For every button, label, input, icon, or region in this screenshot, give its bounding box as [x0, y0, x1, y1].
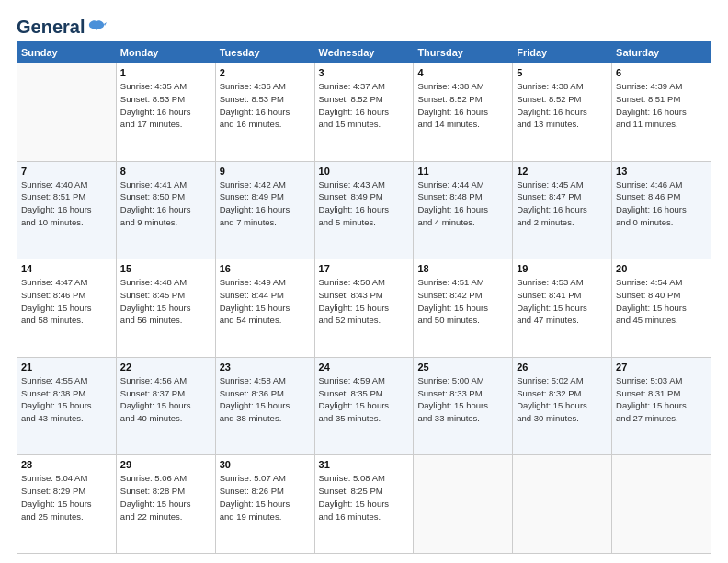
day-number: 12 — [517, 166, 608, 177]
day-info: Sunrise: 4:48 AMSunset: 8:45 PMDaylight:… — [120, 276, 211, 327]
day-info: Sunrise: 5:06 AMSunset: 8:28 PMDaylight:… — [120, 472, 211, 523]
calendar-cell: 15Sunrise: 4:48 AMSunset: 8:45 PMDayligh… — [116, 259, 215, 358]
day-info: Sunrise: 4:36 AMSunset: 8:53 PMDaylight:… — [220, 80, 311, 131]
calendar-cell: 27Sunrise: 5:03 AMSunset: 8:31 PMDayligh… — [612, 357, 711, 455]
calendar-cell: 22Sunrise: 4:56 AMSunset: 8:37 PMDayligh… — [116, 357, 215, 455]
day-info: Sunrise: 5:00 AMSunset: 8:33 PMDaylight:… — [417, 374, 508, 425]
day-info: Sunrise: 4:50 AMSunset: 8:43 PMDaylight:… — [319, 276, 410, 327]
calendar-cell — [414, 455, 513, 554]
day-number: 23 — [220, 362, 311, 373]
day-info: Sunrise: 5:08 AMSunset: 8:25 PMDaylight:… — [319, 472, 410, 523]
calendar-week-row: 14Sunrise: 4:47 AMSunset: 8:46 PMDayligh… — [17, 259, 711, 358]
calendar-cell: 31Sunrise: 5:08 AMSunset: 8:25 PMDayligh… — [314, 455, 414, 554]
calendar-cell — [612, 455, 711, 554]
calendar-cell: 20Sunrise: 4:54 AMSunset: 8:40 PMDayligh… — [612, 259, 711, 358]
calendar-cell: 16Sunrise: 4:49 AMSunset: 8:44 PMDayligh… — [215, 259, 314, 358]
calendar-cell: 13Sunrise: 4:46 AMSunset: 8:46 PMDayligh… — [612, 161, 711, 259]
day-info: Sunrise: 4:39 AMSunset: 8:51 PMDaylight:… — [616, 80, 707, 131]
calendar-cell: 1Sunrise: 4:35 AMSunset: 8:53 PMDaylight… — [116, 63, 215, 162]
day-number: 5 — [517, 67, 608, 78]
calendar-header-row: SundayMondayTuesdayWednesdayThursdayFrid… — [17, 42, 711, 63]
day-number: 2 — [220, 67, 311, 78]
page: General SundayMondayTuesdayWednesdayThur… — [0, 0, 728, 563]
calendar-cell: 12Sunrise: 4:45 AMSunset: 8:47 PMDayligh… — [513, 161, 612, 259]
day-info: Sunrise: 4:55 AMSunset: 8:38 PMDaylight:… — [21, 374, 112, 425]
calendar-cell: 2Sunrise: 4:36 AMSunset: 8:53 PMDaylight… — [215, 63, 314, 162]
calendar-cell: 8Sunrise: 4:41 AMSunset: 8:50 PMDaylight… — [116, 161, 215, 259]
calendar-cell: 23Sunrise: 4:58 AMSunset: 8:36 PMDayligh… — [215, 357, 314, 455]
day-info: Sunrise: 4:54 AMSunset: 8:40 PMDaylight:… — [616, 276, 707, 327]
calendar-cell: 17Sunrise: 4:50 AMSunset: 8:43 PMDayligh… — [314, 259, 414, 358]
day-number: 11 — [417, 166, 508, 177]
day-info: Sunrise: 4:43 AMSunset: 8:49 PMDaylight:… — [319, 178, 410, 229]
day-number: 4 — [417, 67, 508, 78]
day-info: Sunrise: 4:47 AMSunset: 8:46 PMDaylight:… — [21, 276, 112, 327]
calendar-week-row: 7Sunrise: 4:40 AMSunset: 8:51 PMDaylight… — [17, 161, 711, 259]
day-info: Sunrise: 4:53 AMSunset: 8:41 PMDaylight:… — [517, 276, 608, 327]
calendar-cell: 24Sunrise: 4:59 AMSunset: 8:35 PMDayligh… — [314, 357, 414, 455]
calendar-cell: 28Sunrise: 5:04 AMSunset: 8:29 PMDayligh… — [17, 455, 117, 554]
day-number: 16 — [220, 263, 311, 274]
day-number: 3 — [319, 67, 410, 78]
day-info: Sunrise: 4:41 AMSunset: 8:50 PMDaylight:… — [120, 178, 211, 229]
calendar-day-header: Saturday — [612, 42, 711, 63]
calendar-week-row: 1Sunrise: 4:35 AMSunset: 8:53 PMDaylight… — [17, 63, 711, 162]
day-number: 27 — [616, 362, 707, 373]
calendar-day-header: Tuesday — [215, 42, 314, 63]
header: General — [17, 17, 711, 34]
day-info: Sunrise: 5:07 AMSunset: 8:26 PMDaylight:… — [220, 472, 311, 523]
calendar-cell: 21Sunrise: 4:55 AMSunset: 8:38 PMDayligh… — [17, 357, 117, 455]
day-number: 13 — [616, 166, 707, 177]
day-info: Sunrise: 4:44 AMSunset: 8:48 PMDaylight:… — [417, 178, 508, 229]
calendar-cell: 3Sunrise: 4:37 AMSunset: 8:52 PMDaylight… — [314, 63, 414, 162]
day-number: 1 — [120, 67, 211, 78]
day-info: Sunrise: 5:03 AMSunset: 8:31 PMDaylight:… — [616, 374, 707, 425]
calendar-table: SundayMondayTuesdayWednesdayThursdayFrid… — [17, 41, 711, 554]
calendar-cell: 4Sunrise: 4:38 AMSunset: 8:52 PMDaylight… — [414, 63, 513, 162]
day-number: 24 — [319, 362, 410, 373]
day-info: Sunrise: 4:38 AMSunset: 8:52 PMDaylight:… — [517, 80, 608, 131]
day-number: 19 — [517, 263, 608, 274]
day-number: 28 — [21, 459, 112, 470]
calendar-cell: 29Sunrise: 5:06 AMSunset: 8:28 PMDayligh… — [116, 455, 215, 554]
day-info: Sunrise: 4:42 AMSunset: 8:49 PMDaylight:… — [220, 178, 311, 229]
day-number: 25 — [417, 362, 508, 373]
day-number: 6 — [616, 67, 707, 78]
day-info: Sunrise: 4:58 AMSunset: 8:36 PMDaylight:… — [220, 374, 311, 425]
day-info: Sunrise: 4:46 AMSunset: 8:46 PMDaylight:… — [616, 178, 707, 229]
day-number: 30 — [220, 459, 311, 470]
calendar-cell: 9Sunrise: 4:42 AMSunset: 8:49 PMDaylight… — [215, 161, 314, 259]
day-number: 15 — [120, 263, 211, 274]
calendar-cell: 14Sunrise: 4:47 AMSunset: 8:46 PMDayligh… — [17, 259, 117, 358]
day-number: 7 — [21, 166, 112, 177]
calendar-cell: 11Sunrise: 4:44 AMSunset: 8:48 PMDayligh… — [414, 161, 513, 259]
day-number: 10 — [319, 166, 410, 177]
calendar-week-row: 21Sunrise: 4:55 AMSunset: 8:38 PMDayligh… — [17, 357, 711, 455]
calendar-cell: 25Sunrise: 5:00 AMSunset: 8:33 PMDayligh… — [414, 357, 513, 455]
day-info: Sunrise: 4:37 AMSunset: 8:52 PMDaylight:… — [319, 80, 410, 131]
day-info: Sunrise: 4:35 AMSunset: 8:53 PMDaylight:… — [120, 80, 211, 131]
calendar-cell — [17, 63, 117, 162]
logo-general: General — [17, 17, 85, 38]
logo: General — [17, 17, 107, 34]
day-number: 20 — [616, 263, 707, 274]
day-info: Sunrise: 4:59 AMSunset: 8:35 PMDaylight:… — [319, 374, 410, 425]
day-info: Sunrise: 5:04 AMSunset: 8:29 PMDaylight:… — [21, 472, 112, 523]
day-info: Sunrise: 4:49 AMSunset: 8:44 PMDaylight:… — [220, 276, 311, 327]
day-number: 22 — [120, 362, 211, 373]
calendar-day-header: Monday — [116, 42, 215, 63]
calendar-cell: 6Sunrise: 4:39 AMSunset: 8:51 PMDaylight… — [612, 63, 711, 162]
day-info: Sunrise: 4:40 AMSunset: 8:51 PMDaylight:… — [21, 178, 112, 229]
calendar-cell — [513, 455, 612, 554]
day-info: Sunrise: 4:38 AMSunset: 8:52 PMDaylight:… — [417, 80, 508, 131]
calendar-cell: 26Sunrise: 5:02 AMSunset: 8:32 PMDayligh… — [513, 357, 612, 455]
calendar-cell: 19Sunrise: 4:53 AMSunset: 8:41 PMDayligh… — [513, 259, 612, 358]
day-number: 31 — [319, 459, 410, 470]
calendar-day-header: Friday — [513, 42, 612, 63]
day-number: 14 — [21, 263, 112, 274]
calendar-cell: 7Sunrise: 4:40 AMSunset: 8:51 PMDaylight… — [17, 161, 117, 259]
day-number: 21 — [21, 362, 112, 373]
day-info: Sunrise: 4:56 AMSunset: 8:37 PMDaylight:… — [120, 374, 211, 425]
day-number: 29 — [120, 459, 211, 470]
calendar-week-row: 28Sunrise: 5:04 AMSunset: 8:29 PMDayligh… — [17, 455, 711, 554]
